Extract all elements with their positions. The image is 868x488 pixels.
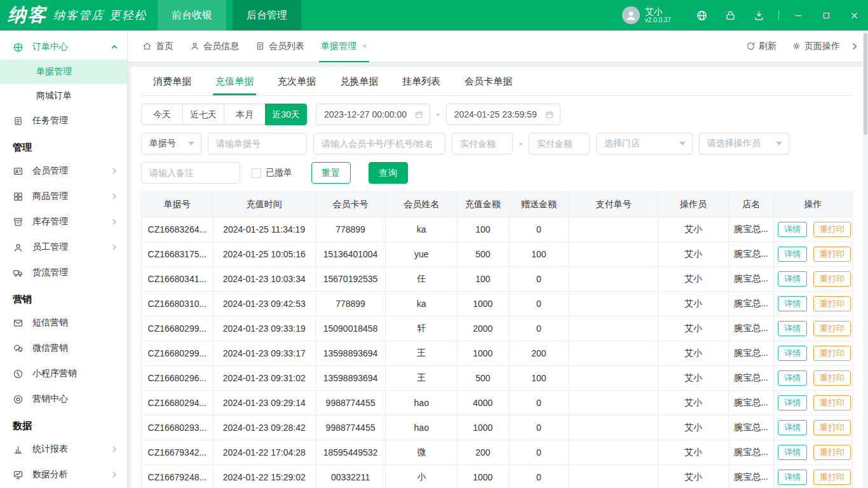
cell-card-no: 00332211	[315, 465, 386, 488]
sidebar-item-order-center[interactable]: 订单中心	[0, 34, 127, 60]
chevron-down-icon	[188, 142, 194, 146]
sidebar-section-marketing: 营销	[0, 285, 127, 310]
range-today-button[interactable]: 今天	[141, 104, 183, 125]
col-gift-amount: 赠送金额	[508, 192, 569, 217]
cell-payment-no	[569, 217, 658, 242]
date-from-input[interactable]: 2023-12-27 00:00:00	[316, 104, 430, 125]
tab-close-icon[interactable]: ×	[362, 41, 367, 51]
cell-store: 腕宝总...	[728, 366, 773, 391]
date-to-input[interactable]: 2024-01-25 23:59:59	[446, 104, 560, 125]
detail-button[interactable]: 详情	[778, 420, 807, 436]
tab-front-cashier[interactable]: 前台收银	[158, 0, 226, 30]
detail-button[interactable]: 详情	[778, 445, 807, 461]
doc-type-select[interactable]: 单据号	[141, 133, 201, 154]
amount-max-input[interactable]	[529, 133, 590, 154]
tab-consumption-docs[interactable]: 消费单据	[141, 67, 203, 95]
reset-button[interactable]: 重置	[311, 162, 351, 184]
range-month-button[interactable]: 本月	[224, 104, 266, 125]
cell-card-no: 15670192535	[315, 267, 386, 292]
sidebar-item-document-management[interactable]: 单据管理	[0, 60, 127, 84]
cell-amount: 100	[458, 267, 509, 292]
range-7days-button[interactable]: 近七天	[182, 104, 224, 125]
reprint-button[interactable]: 重打印	[813, 470, 851, 485]
mode-tabs: 前台收银 后台管理	[158, 0, 301, 30]
minimize-button[interactable]	[784, 0, 812, 30]
download-button[interactable]	[745, 0, 773, 30]
member-search-input[interactable]	[313, 133, 445, 154]
sidebar-item-statistical-reports[interactable]: 统计报表	[0, 437, 127, 462]
detail-button[interactable]: 详情	[778, 395, 807, 411]
sidebar-item-mall-orders[interactable]: 商城订单	[0, 84, 127, 108]
detail-button[interactable]: 详情	[778, 296, 807, 312]
detail-button[interactable]: 详情	[778, 247, 807, 262]
cell-payment-no	[569, 440, 658, 465]
detail-button[interactable]: 详情	[778, 321, 807, 337]
cell-actions: 详情 重打印	[774, 292, 853, 316]
detail-button[interactable]: 详情	[778, 271, 807, 287]
reprint-button[interactable]: 重打印	[813, 247, 851, 262]
globe-button[interactable]	[688, 0, 716, 30]
detail-button[interactable]: 详情	[778, 470, 807, 485]
sidebar-item-logistics-management[interactable]: 货流管理	[0, 260, 127, 285]
amount-min-input[interactable]	[452, 133, 513, 154]
operator-select[interactable]: 请选择操作员	[699, 133, 789, 154]
doc-no-input[interactable]	[208, 133, 307, 154]
page-tab-member-list[interactable]: 会员列表	[247, 30, 313, 62]
tab-exchange-docs[interactable]: 兑换单据	[328, 67, 390, 95]
sidebar-item-sms-marketing[interactable]: 短信营销	[0, 310, 127, 336]
cancelled-checkbox[interactable]	[252, 168, 261, 178]
cell-actions: 详情 重打印	[774, 366, 853, 391]
cell-member-name: hao	[386, 391, 458, 416]
tab-recharge-docs[interactable]: 充值单据	[203, 67, 266, 95]
cell-member-name: ka	[386, 217, 458, 242]
detail-button[interactable]: 详情	[778, 222, 807, 238]
reprint-button[interactable]: 重打印	[813, 321, 851, 337]
page-operations-button[interactable]: 页面操作	[792, 41, 840, 52]
reprint-button[interactable]: 重打印	[813, 222, 851, 238]
cell-store: 腕宝总...	[728, 440, 773, 465]
tab-pending-orders[interactable]: 挂单列表	[390, 67, 452, 95]
lock-button[interactable]	[716, 0, 745, 30]
detail-button[interactable]: 详情	[778, 346, 807, 362]
reprint-button[interactable]: 重打印	[813, 271, 851, 287]
reprint-button[interactable]: 重打印	[813, 420, 851, 436]
sidebar-item-wechat-marketing[interactable]: 微信营销	[0, 336, 127, 361]
range-30days-button[interactable]: 近30天	[265, 104, 307, 125]
user-menu[interactable]: 艾小 v2.0.0.37	[622, 6, 671, 24]
reprint-button[interactable]: 重打印	[813, 346, 851, 362]
detail-button[interactable]: 详情	[778, 370, 807, 386]
window-scrollbar[interactable]	[863, 30, 868, 488]
page-tab-home[interactable]: 首页	[134, 30, 182, 62]
tab-recharge-times-docs[interactable]: 充次单据	[266, 67, 328, 95]
page-tab-document-management[interactable]: 单据管理 ×	[313, 30, 376, 62]
reprint-button[interactable]: 重打印	[813, 395, 851, 411]
reprint-button[interactable]: 重打印	[813, 296, 851, 312]
query-button[interactable]: 查询	[369, 162, 408, 184]
maximize-button[interactable]	[812, 0, 840, 30]
close-button[interactable]	[840, 0, 868, 30]
sidebar-item-miniprogram-marketing[interactable]: 小程序营销	[0, 361, 127, 386]
page-tab-member-info[interactable]: 会员信息	[182, 30, 247, 62]
sidebar-item-inventory-management[interactable]: 库存管理	[0, 209, 127, 234]
cell-doc-no: CZ16680299...	[142, 341, 214, 366]
sidebar-item-marketing-center[interactable]: 营销中心	[0, 386, 127, 412]
reprint-button[interactable]: 重打印	[813, 445, 851, 461]
scrollbar-thumb[interactable]	[864, 33, 867, 135]
sidebar-item-member-management[interactable]: 会员管理	[0, 158, 127, 184]
cell-actions: 详情 重打印	[774, 217, 853, 242]
remark-input[interactable]	[141, 162, 240, 184]
recharge-table-wrap: 单据号 充值时间 会员卡号 会员姓名 充值金额 赠送金额 支付单号 操作员 店名…	[141, 191, 853, 488]
cell-gift-amount: 0	[508, 465, 569, 488]
sidebar-item-data-analysis[interactable]: 数据分析	[0, 462, 127, 487]
sidebar-item-product-management[interactable]: 商品管理	[0, 184, 127, 209]
tabs-overflow-chevron-icon[interactable]	[850, 42, 859, 51]
tab-member-card-docs[interactable]: 会员卡单据	[452, 67, 524, 95]
sidebar-item-task-management[interactable]: 任务管理	[0, 108, 127, 133]
app-version: v2.0.0.37	[645, 17, 671, 24]
tab-back-management[interactable]: 后台管理	[233, 0, 301, 30]
store-select[interactable]: 选择门店	[596, 133, 693, 154]
reprint-button[interactable]: 重打印	[813, 370, 851, 386]
sidebar-item-employee-management[interactable]: 员工管理	[0, 234, 127, 260]
refresh-button[interactable]: 刷新	[746, 41, 776, 52]
recharge-table: 单据号 充值时间 会员卡号 会员姓名 充值金额 赠送金额 支付单号 操作员 店名…	[141, 191, 853, 488]
